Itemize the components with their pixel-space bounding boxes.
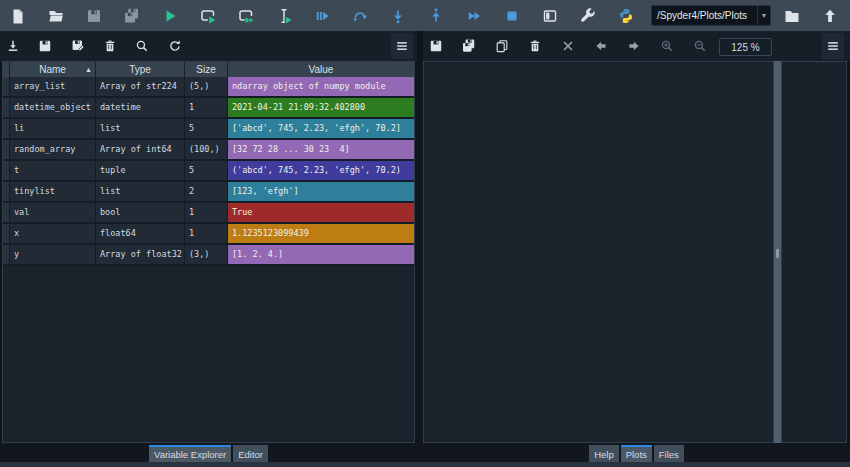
working-directory-combobox[interactable]: /Spyder4/Plots/Plots ▾ xyxy=(651,5,771,26)
preferences-wrench-icon[interactable] xyxy=(580,8,596,24)
cell-name[interactable]: tinylist xyxy=(10,182,96,203)
cell-name[interactable]: val xyxy=(10,203,96,224)
cell-value[interactable]: True xyxy=(228,203,414,224)
chevron-down-icon[interactable]: ▾ xyxy=(757,6,770,25)
row-header xyxy=(3,77,10,98)
cell-size: (3,) xyxy=(185,245,228,266)
save-icon[interactable] xyxy=(86,8,102,24)
zoom-in-icon[interactable] xyxy=(660,39,674,53)
cell-name[interactable]: array_list xyxy=(10,77,96,98)
import-data-icon[interactable] xyxy=(6,39,20,53)
cell-value[interactable]: ndarray object of numpy module xyxy=(228,77,414,98)
plot-thumbnails-pane xyxy=(781,61,847,443)
table-row[interactable]: val bool 1 True xyxy=(3,203,414,224)
copy-plot-icon[interactable] xyxy=(495,39,509,53)
close-all-plots-icon[interactable] xyxy=(561,39,575,53)
cell-value[interactable]: 2021-04-21 21:09:32.402800 xyxy=(228,98,414,119)
cell-type: float64 xyxy=(96,224,185,245)
options-menu-icon[interactable] xyxy=(826,39,840,53)
save-data-as-icon[interactable] xyxy=(71,39,85,53)
run-icon[interactable] xyxy=(162,8,178,24)
cell-size: 5 xyxy=(185,119,228,140)
cell-name[interactable]: y xyxy=(10,245,96,266)
splitter-handle xyxy=(776,249,779,258)
python-logo-icon[interactable] xyxy=(618,8,634,24)
open-directory-icon[interactable] xyxy=(784,8,800,24)
cell-name[interactable]: random_array xyxy=(10,140,96,161)
column-header-value[interactable]: Value xyxy=(228,62,414,77)
table-row[interactable]: tinylist list 2 [123, 'efgh'] xyxy=(3,182,414,203)
rerun-cell-icon[interactable] xyxy=(352,8,368,24)
next-plot-icon[interactable] xyxy=(627,39,641,53)
tab-editor[interactable]: Editor xyxy=(233,445,268,462)
column-header-type[interactable]: Type xyxy=(96,62,185,77)
open-file-icon[interactable] xyxy=(48,8,64,24)
variable-explorer-toolbar xyxy=(0,31,417,61)
search-icon[interactable] xyxy=(135,39,149,53)
new-file-icon[interactable] xyxy=(10,8,26,24)
tab-help[interactable]: Help xyxy=(589,445,619,462)
save-all-plots-icon[interactable] xyxy=(462,39,476,53)
column-header-size[interactable]: Size xyxy=(185,62,228,77)
working-directory-value[interactable]: /Spyder4/Plots/Plots xyxy=(652,10,757,21)
main-toolbar: /Spyder4/Plots/Plots ▾ xyxy=(0,0,850,31)
tab-files[interactable]: Files xyxy=(654,445,684,462)
cell-value[interactable]: [123, 'efgh'] xyxy=(228,182,414,203)
row-header xyxy=(3,182,10,203)
cell-type: Array of int64 xyxy=(96,140,185,161)
zoom-out-icon[interactable] xyxy=(693,39,707,53)
row-header xyxy=(3,161,10,182)
cell-name[interactable]: x xyxy=(10,224,96,245)
maximize-pane-icon[interactable] xyxy=(542,8,558,24)
cell-type: Array of str224 xyxy=(96,77,185,98)
cell-size: 1 xyxy=(185,203,228,224)
table-row[interactable]: random_array Array of int64 (100,) [32 7… xyxy=(3,140,414,161)
row-header xyxy=(3,203,10,224)
options-menu-icon[interactable] xyxy=(395,39,409,53)
table-row[interactable]: y Array of float32 (3,) [1. 2. 4.] xyxy=(3,245,414,266)
zoom-level-spinbox[interactable]: 125 % xyxy=(719,38,772,56)
plots-splitter[interactable] xyxy=(774,61,781,443)
left-pane-tabs: Variable ExplorerEditor xyxy=(0,443,417,462)
remove-plot-trash-icon[interactable] xyxy=(528,39,542,53)
save-all-icon[interactable] xyxy=(124,8,140,24)
corner-header xyxy=(3,62,10,77)
cell-value[interactable]: ('abcd', 745, 2.23, 'efgh', 70.2) xyxy=(228,161,414,182)
cell-value[interactable]: [32 72 28 ... 30 23 4] xyxy=(228,140,414,161)
table-row[interactable]: array_list Array of str224 (5,) ndarray … xyxy=(3,77,414,98)
save-data-icon[interactable] xyxy=(38,39,52,53)
table-row[interactable]: t tuple 5 ('abcd', 745, 2.23, 'efgh', 70… xyxy=(3,161,414,182)
debug-file-icon[interactable] xyxy=(314,8,330,24)
variable-explorer-table: Name▲ Type Size Value array_list Array o… xyxy=(2,61,415,443)
column-header-name[interactable]: Name▲ xyxy=(10,62,96,77)
cell-value[interactable]: 1.1235123099439 xyxy=(228,224,414,245)
tab-variable-explorer[interactable]: Variable Explorer xyxy=(149,445,231,462)
table-row[interactable]: x float64 1 1.1235123099439 xyxy=(3,224,414,245)
remove-variables-trash-icon[interactable] xyxy=(103,39,117,53)
cell-type: tuple xyxy=(96,161,185,182)
refresh-icon[interactable] xyxy=(168,39,182,53)
step-return-icon[interactable] xyxy=(428,8,444,24)
run-selection-icon[interactable] xyxy=(276,8,292,24)
table-header: Name▲ Type Size Value xyxy=(3,62,414,77)
run-cell-advance-icon[interactable] xyxy=(238,8,254,24)
cell-size: (5,) xyxy=(185,77,228,98)
stop-icon[interactable] xyxy=(504,8,520,24)
cell-value[interactable]: ['abcd', 745, 2.23, 'efgh', 70.2] xyxy=(228,119,414,140)
plot-canvas xyxy=(423,61,774,443)
cell-name[interactable]: t xyxy=(10,161,96,182)
step-into-icon[interactable] xyxy=(390,8,406,24)
cell-type: bool xyxy=(96,203,185,224)
run-cell-icon[interactable] xyxy=(200,8,216,24)
row-header xyxy=(3,224,10,245)
cell-name[interactable]: li xyxy=(10,119,96,140)
go-up-icon[interactable] xyxy=(822,8,838,24)
continue-icon[interactable] xyxy=(466,8,482,24)
save-plot-icon[interactable] xyxy=(429,39,443,53)
tab-plots[interactable]: Plots xyxy=(621,445,652,462)
previous-plot-icon[interactable] xyxy=(594,39,608,53)
cell-value[interactable]: [1. 2. 4.] xyxy=(228,245,414,266)
table-row[interactable]: datetime_object datetime 1 2021-04-21 21… xyxy=(3,98,414,119)
table-row[interactable]: li list 5 ['abcd', 745, 2.23, 'efgh', 70… xyxy=(3,119,414,140)
cell-name[interactable]: datetime_object xyxy=(10,98,96,119)
